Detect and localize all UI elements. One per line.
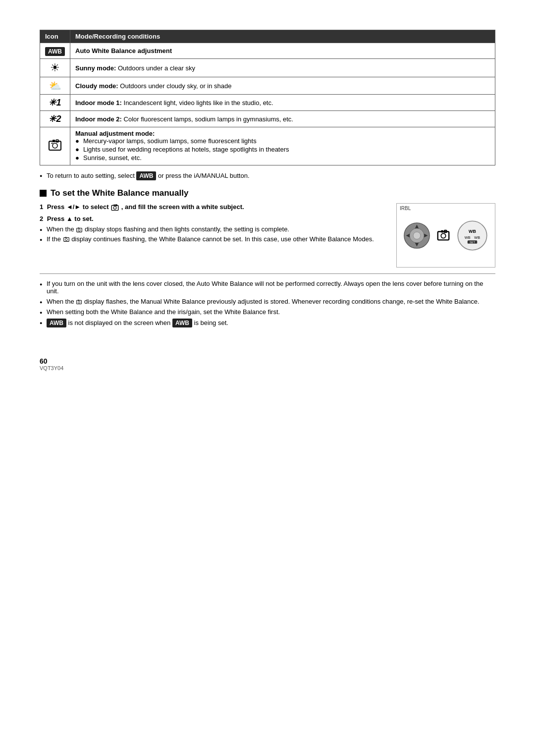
- note-2: ● When the display flashes, the Manual W…: [40, 298, 495, 305]
- svg-point-26: [458, 221, 487, 250]
- step-1: 1 Press ◄/► to select , and fill the scr…: [40, 203, 386, 212]
- step-2: 2 Press ▲ to set.: [40, 215, 386, 222]
- desc-rest-sunny: Outdoors under a clear sky: [118, 64, 195, 72]
- page-footer: 60 VQT3Y04: [40, 357, 495, 371]
- desc-cell-cloudy: Cloudy mode: Outdoors under cloudy sky, …: [70, 77, 495, 95]
- manual-bullet-text-3: Sunrise, sunset, etc.: [83, 154, 142, 162]
- indoor1-icon: ✳1: [49, 98, 61, 108]
- steps-area: 1 Press ◄/► to select , and fill the scr…: [40, 203, 495, 268]
- steps-text: 1 Press ◄/► to select , and fill the scr…: [40, 203, 396, 245]
- svg-point-23: [441, 233, 445, 238]
- step-1-bold: Press ◄/► to select: [47, 203, 110, 211]
- awb-badge: AWB: [45, 47, 65, 56]
- manual-bullet-1: ● Mercury-vapor lamps, sodium lamps, som…: [75, 137, 490, 145]
- manual-wb-icon: [47, 137, 63, 153]
- step-1-num: 1: [40, 203, 43, 211]
- note-2-text: When the display flashes, the Manual Whi…: [47, 298, 480, 305]
- svg-text:WB: WB: [469, 228, 476, 233]
- auto-return-text: To return to auto setting, select AWB or…: [47, 171, 250, 180]
- section-divider: [40, 273, 495, 274]
- bullet-dot: ●: [40, 227, 47, 232]
- bullet-dot: ●: [40, 173, 47, 178]
- table-header-mode: Mode/Recording conditions: [70, 30, 495, 43]
- cloud-icon: ⛅: [49, 80, 61, 91]
- indoor2-icon: ✳2: [49, 114, 61, 124]
- svg-point-1: [53, 143, 57, 148]
- step-note-1-text: When the display stops flashing and then…: [47, 225, 289, 233]
- svg-rect-32: [77, 300, 82, 304]
- note-1-text: If you turn on the unit with the lens co…: [47, 280, 495, 295]
- desc-bold-sunny: Sunny mode:: [75, 64, 116, 72]
- awb-badge-inline: AWB: [136, 171, 156, 180]
- svg-rect-2: [53, 140, 55, 142]
- bullet-dot: ●: [40, 321, 47, 325]
- bullet-sym: ●: [75, 146, 81, 153]
- desc-bold-cloudy: Cloudy mode:: [75, 82, 118, 90]
- svg-rect-11: [78, 227, 79, 228]
- svg-rect-24: [441, 230, 443, 233]
- svg-point-6: [113, 207, 116, 210]
- desc-bold-awb: Auto White Balance adjustment: [75, 47, 172, 54]
- svg-rect-34: [78, 300, 79, 301]
- step-1-rest-bold: , and fill the screen with a white subje…: [121, 203, 244, 211]
- note-3-text: When setting both the White Balance and …: [47, 308, 280, 316]
- manual-bullet-text-2: Lights used for wedding receptions at ho…: [83, 146, 289, 153]
- svg-rect-5: [111, 206, 118, 211]
- note-1: ● If you turn on the unit with the lens …: [40, 280, 495, 295]
- camera-diagram: IRBL WB WB WB SET: [396, 203, 495, 268]
- bullet-sym: ●: [75, 137, 81, 145]
- desc-rest-indoor1: Incandescent light, video lights like in…: [124, 99, 273, 107]
- step-2-num: 2: [40, 215, 43, 222]
- manual-select-icon: [110, 203, 119, 212]
- table-row: ✳1 Indoor mode 1: Incandescent light, vi…: [40, 95, 495, 111]
- svg-text:SET: SET: [470, 240, 476, 243]
- white-balance-table: Icon Mode/Recording conditions AWB Auto …: [40, 30, 495, 165]
- step-note-1: ● When the display stops flashing and th…: [40, 225, 386, 233]
- section-title: To set the White Balance manually: [51, 188, 188, 198]
- wb-circle-icon: WB WB WB SET: [456, 219, 488, 252]
- table-header-icon: Icon: [40, 30, 70, 43]
- notes-section: ● If you turn on the unit with the lens …: [40, 280, 495, 327]
- table-row: ✳2 Indoor mode 2: Color fluorescent lamp…: [40, 111, 495, 127]
- svg-rect-14: [65, 237, 66, 238]
- svg-rect-9: [77, 228, 82, 232]
- manual-bullet-2: ● Lights used for wedding receptions at …: [75, 146, 490, 153]
- step-note-2: ● If the display continues flashing, the…: [40, 235, 386, 243]
- icon-cell-awb: AWB: [40, 43, 70, 59]
- auto-return-note: ● To return to auto setting, select AWB …: [40, 171, 495, 180]
- desc-cell-indoor1: Indoor mode 1: Incandescent light, video…: [70, 95, 495, 111]
- awb-badge-note4a: AWB: [47, 319, 66, 327]
- manual-bullet-text-1: Mercury-vapor lamps, sodium lamps, some …: [83, 137, 257, 145]
- icon-cell-indoor1: ✳1: [40, 95, 70, 111]
- note-3: ● When setting both the White Balance an…: [40, 308, 495, 316]
- desc-rest-indoor2: Color fluorescent lamps, sodium lamps in…: [124, 115, 293, 123]
- cam-label: IRBL: [400, 206, 411, 211]
- model-number: VQT3Y04: [40, 365, 495, 371]
- desc-bold-indoor1: Indoor mode 1:: [75, 99, 122, 107]
- desc-bold-indoor2: Indoor mode 2:: [75, 115, 122, 123]
- inline-icon: [76, 299, 82, 305]
- bullet-dot: ●: [40, 310, 47, 315]
- step-note-2-text: If the display continues flashing, the W…: [47, 235, 374, 243]
- bullet-dot: ●: [40, 237, 47, 242]
- svg-point-13: [65, 238, 67, 240]
- svg-rect-22: [438, 232, 449, 240]
- awb-badge-note4b: AWB: [172, 319, 192, 327]
- sun-icon: ☀: [50, 61, 60, 74]
- svg-point-10: [78, 229, 80, 231]
- heading-square: [40, 190, 47, 197]
- svg-text:WB: WB: [465, 235, 471, 240]
- table-row: ☀ Sunny mode: Outdoors under a clear sky: [40, 59, 495, 77]
- icon-cell-manual: [40, 127, 70, 165]
- inline-icon: [76, 226, 83, 233]
- table-row: Manual adjustment mode: ● Mercury-vapor …: [40, 127, 495, 165]
- note-4-text: AWB is not displayed on the screen when …: [47, 319, 228, 327]
- desc-cell-sunny: Sunny mode: Outdoors under a clear sky: [70, 59, 495, 77]
- section-heading: To set the White Balance manually: [40, 188, 495, 198]
- page-number: 60: [40, 357, 495, 365]
- svg-point-33: [78, 301, 80, 303]
- step-2-bold: Press ▲ to set.: [47, 215, 94, 222]
- svg-text:WB: WB: [474, 235, 480, 240]
- table-row: AWB Auto White Balance adjustment: [40, 43, 495, 59]
- desc-cell-awb: Auto White Balance adjustment: [70, 43, 495, 59]
